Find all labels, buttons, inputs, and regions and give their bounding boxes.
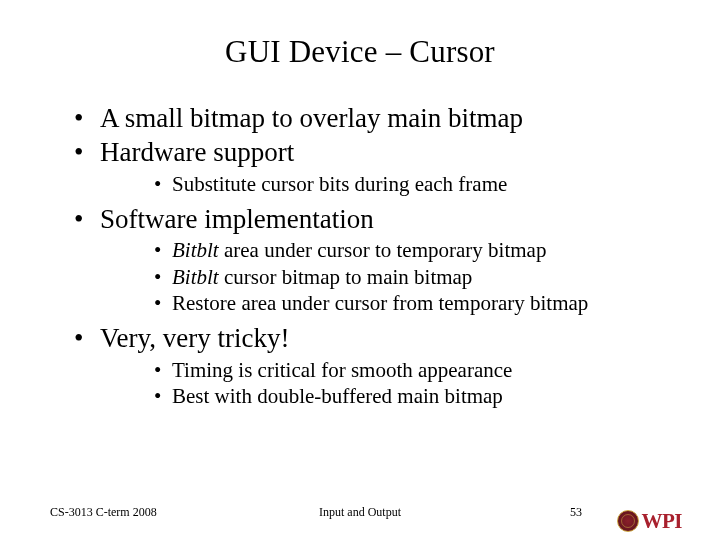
bullet-item: A small bitmap to overlay main bitmap [74, 102, 670, 134]
bullet-text: Very, very tricky! [100, 323, 289, 353]
sub-bullet-text: Substitute cursor bits during each frame [172, 172, 507, 196]
sub-bullet-text: Best with double-buffered main bitmap [172, 384, 503, 408]
sub-bullet-list: Bitblt area under cursor to temporary bi… [100, 237, 670, 316]
sub-bullet-text: cursor bitmap to main bitmap [219, 265, 473, 289]
footer: CS-3013 C-term 2008 Input and Output 53 [0, 498, 720, 526]
sub-bullet-text: area under cursor to temporary bitmap [219, 238, 547, 262]
wpi-logo: WPI [617, 510, 683, 532]
sub-bullet-list: Timing is critical for smooth appearance… [100, 357, 670, 410]
bullet-item: Software implementation Bitblt area unde… [74, 203, 670, 316]
footer-page-number: 53 [570, 505, 582, 520]
wpi-seal-icon [617, 510, 639, 532]
sub-bullet-item: Bitblt cursor bitmap to main bitmap [154, 264, 670, 290]
wpi-logo-text: WPI [642, 511, 683, 532]
footer-course: CS-3013 C-term 2008 [50, 505, 157, 520]
sub-bullet-list: Substitute cursor bits during each frame [100, 171, 670, 197]
slide-title: GUI Device – Cursor [50, 34, 670, 70]
slide: GUI Device – Cursor A small bitmap to ov… [0, 0, 720, 540]
bullet-item: Very, very tricky! Timing is critical fo… [74, 322, 670, 409]
bullet-item: Hardware support Substitute cursor bits … [74, 136, 670, 197]
sub-bullet-item: Substitute cursor bits during each frame [154, 171, 670, 197]
sub-bullet-item: Restore area under cursor from temporary… [154, 290, 670, 316]
bullet-text: Hardware support [100, 137, 294, 167]
italic-term: Bitblt [172, 265, 219, 289]
bullet-text: Software implementation [100, 204, 374, 234]
sub-bullet-item: Timing is critical for smooth appearance [154, 357, 670, 383]
sub-bullet-text: Timing is critical for smooth appearance [172, 358, 512, 382]
italic-term: Bitblt [172, 238, 219, 262]
sub-bullet-text: Restore area under cursor from temporary… [172, 291, 588, 315]
bullet-list: A small bitmap to overlay main bitmap Ha… [50, 102, 670, 409]
sub-bullet-item: Best with double-buffered main bitmap [154, 383, 670, 409]
sub-bullet-item: Bitblt area under cursor to temporary bi… [154, 237, 670, 263]
footer-topic: Input and Output [319, 505, 401, 520]
bullet-text: A small bitmap to overlay main bitmap [100, 103, 523, 133]
